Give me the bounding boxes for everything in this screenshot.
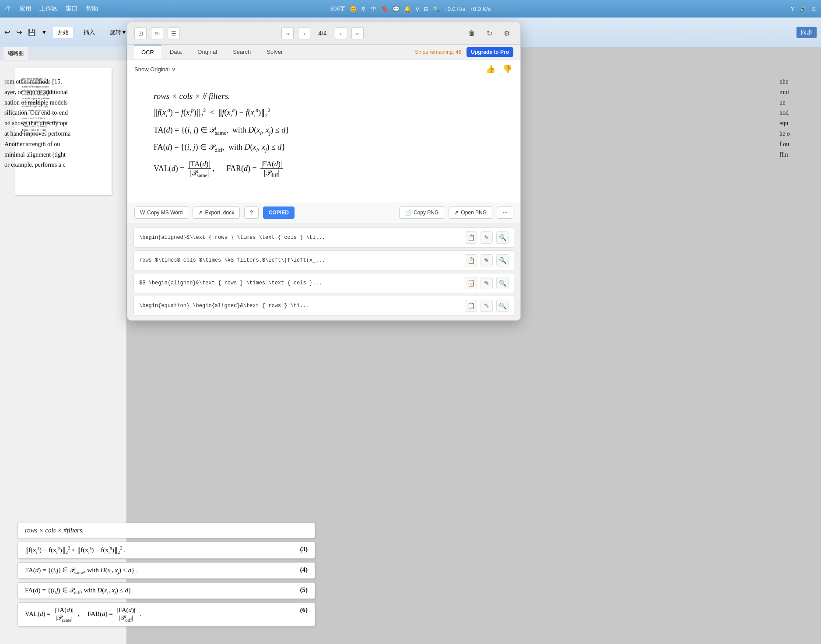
result-search-3[interactable]: 🔍 bbox=[496, 300, 509, 312]
formula-box-0: rows × cols × #filters. bbox=[18, 523, 315, 538]
workspace-menu[interactable]: 工作区 bbox=[39, 5, 58, 13]
copied-btn[interactable]: COPIED bbox=[263, 206, 295, 219]
insert-tab[interactable]: 插入 bbox=[79, 27, 99, 38]
edit-icon-btn[interactable]: ✏ bbox=[151, 27, 163, 39]
panel-toolbar: ⊡ ✏ ☰ « ‹ 4/4 › » 🗑 ↻ ⚙ bbox=[127, 22, 520, 45]
formula-box-1: ‖f(xia) − f(xip)‖22 < ‖f(xia) − f(xin)‖2… bbox=[18, 542, 315, 559]
chevron-down-icon: ∨ bbox=[172, 66, 176, 73]
thumbs-down-btn[interactable]: 👎 bbox=[501, 63, 513, 75]
tab-data[interactable]: Data bbox=[163, 45, 189, 59]
copy-png-btn[interactable]: 📄 Copy PNG bbox=[399, 206, 444, 219]
result-row: \begin{equation} \begin{aligned}&\text {… bbox=[133, 296, 514, 316]
result-copy-0[interactable]: 📋 bbox=[465, 231, 477, 244]
thumbs-up-btn[interactable]: 👍 bbox=[484, 63, 497, 75]
thumb-row: 👍 👎 bbox=[484, 63, 513, 75]
toolbar-dropdown[interactable]: ▼ bbox=[42, 29, 47, 35]
math-line-0: rows × cols × # filters. bbox=[154, 91, 230, 101]
result-text-3: \begin{equation} \begin{aligned}&\text {… bbox=[139, 303, 461, 309]
formula-box-2: TA(d) = {(i,j) ∈ 𝒫same, with D(xi, xj) ≤… bbox=[18, 562, 315, 579]
page-indicator: 4/4 bbox=[315, 30, 330, 37]
brand-icon: Y bbox=[791, 6, 795, 12]
next-next-btn[interactable]: » bbox=[351, 27, 364, 39]
next-btn[interactable]: › bbox=[335, 27, 347, 39]
show-original-btn[interactable]: Show Original ∨ bbox=[134, 66, 176, 73]
result-text-2: $$ \begin{aligned}&\text { rows } \times… bbox=[139, 280, 461, 286]
panel-tabs: OCR Data Original Search Solver Snips re… bbox=[127, 45, 520, 60]
grid-icon: ⊞ bbox=[424, 6, 428, 12]
result-search-1[interactable]: 🔍 bbox=[496, 254, 509, 266]
open-png-btn[interactable]: ↗ Open PNG bbox=[449, 206, 492, 219]
help-btn[interactable]: ? bbox=[244, 206, 259, 219]
mic-icon: 🎙 bbox=[361, 6, 367, 12]
topbar-center: 306字 😊 🎙 中 🔖 💬 🔔 V ⊞ 🔍 +0.0 K/s +0.0 K/s bbox=[330, 5, 491, 13]
formula-boxes: rows × cols × #filters. ‖f(xia) − f(xip)… bbox=[18, 523, 315, 626]
export-docx-btn[interactable]: ↗ Export .docx bbox=[193, 206, 240, 219]
export-icon: ↗ bbox=[198, 210, 203, 216]
result-row: $$ \begin{aligned}&\text { rows } \times… bbox=[133, 273, 514, 293]
settings-btn[interactable]: ⚙ bbox=[500, 27, 513, 40]
result-search-2[interactable]: 🔍 bbox=[496, 277, 509, 289]
prev-btn[interactable]: ‹ bbox=[298, 27, 310, 39]
formula-box-3: FA(d) = {(i,j) ∈ 𝒫diff, with D(xi, xj) ≤… bbox=[18, 582, 315, 599]
wechat-icon: 💬 bbox=[393, 6, 400, 12]
result-edit-2[interactable]: ✎ bbox=[481, 277, 493, 289]
results-list: \begin{aligned}&\text { rows } \times \t… bbox=[127, 223, 520, 320]
math-line-3: FA(d) = {(i, j) ∈ 𝒫diff, with D(xi, xj) … bbox=[154, 142, 285, 154]
tab-ocr[interactable]: OCR bbox=[134, 45, 161, 59]
top-bar: 个 应用 工作区 窗口 帮助 306字 😊 🎙 中 🔖 💬 🔔 V ⊞ 🔍 +0… bbox=[0, 0, 821, 18]
search-top-icon: 🔍 bbox=[433, 6, 440, 12]
apple-menu[interactable]: 个 bbox=[5, 5, 11, 13]
copy-ms-word-btn[interactable]: W Copy MS Word bbox=[134, 206, 188, 219]
result-edit-0[interactable]: ✎ bbox=[481, 231, 493, 244]
vip-icon: V bbox=[415, 6, 419, 12]
speed-display2: +0.0 K/s bbox=[470, 6, 491, 12]
result-copy-1[interactable]: 📋 bbox=[465, 254, 477, 266]
tab-original[interactable]: Original bbox=[190, 45, 224, 59]
tab-search[interactable]: Search bbox=[226, 45, 258, 59]
redo-btn[interactable]: ↪ bbox=[16, 28, 22, 36]
app-menu[interactable]: 应用 bbox=[19, 5, 32, 13]
doc-background-text: rom other methods [15, ayer, or require … bbox=[4, 77, 127, 170]
more-icon: ⋯ bbox=[502, 210, 508, 216]
thumbnail-tab[interactable]: 缩略图 bbox=[4, 47, 28, 60]
upgrade-btn[interactable]: Upgrade to Pro bbox=[467, 47, 513, 57]
bookmark-icon: 🔖 bbox=[381, 6, 388, 12]
help-menu[interactable]: 帮助 bbox=[86, 5, 98, 13]
crop-icon-btn[interactable]: ⊡ bbox=[134, 27, 147, 39]
trash-btn[interactable]: 🗑 bbox=[465, 27, 478, 40]
result-row: \begin{aligned}&\text { rows } \times \t… bbox=[133, 228, 514, 248]
user-icon: S bbox=[812, 6, 816, 12]
math-line-2: TA(d) = {(i, j) ∈ 𝒫same, with D(xi, xj) … bbox=[154, 125, 289, 136]
sync-btn[interactable]: 同步 bbox=[796, 27, 817, 38]
save-btn[interactable]: 💾 bbox=[28, 29, 35, 36]
show-original-row: Show Original ∨ 👍 👎 bbox=[127, 60, 520, 79]
tab-solver[interactable]: Solver bbox=[260, 45, 290, 59]
word-count: 306字 bbox=[330, 5, 346, 13]
emoji-icon: 😊 bbox=[350, 6, 357, 12]
action-bar: W Copy MS Word ↗ Export .docx ? COPIED 📄… bbox=[127, 202, 520, 223]
formula-box-4: VAL(d) = |TA(d)||𝒫same| , FAR(d) = |FA(d… bbox=[18, 602, 315, 626]
result-copy-2[interactable]: 📋 bbox=[465, 277, 477, 289]
open-png-icon: ↗ bbox=[454, 210, 459, 216]
volume-icon: 🔊 bbox=[800, 6, 807, 12]
prev-prev-btn[interactable]: « bbox=[281, 27, 294, 39]
result-row: rows $\times$ cols $\times \#$ filters.$… bbox=[133, 250, 514, 270]
show-original-label: Show Original bbox=[134, 66, 170, 73]
refresh-btn[interactable]: ↻ bbox=[483, 27, 496, 40]
undo-btn[interactable]: ↩ bbox=[4, 28, 10, 36]
more-settings-btn[interactable]: ⋯ bbox=[497, 206, 513, 219]
result-copy-3[interactable]: 📋 bbox=[465, 300, 477, 312]
result-search-0[interactable]: 🔍 bbox=[496, 231, 509, 244]
snips-remaining: Snips remaining: 46 bbox=[415, 49, 461, 55]
window-menu[interactable]: 窗口 bbox=[66, 5, 78, 13]
doc-right-text: nhe mpl un nod equ he o f ou flin bbox=[779, 77, 819, 160]
result-edit-3[interactable]: ✎ bbox=[481, 300, 493, 312]
start-tab[interactable]: 开始 bbox=[53, 27, 73, 38]
word-icon: W bbox=[140, 210, 145, 216]
menu-icon-btn[interactable]: ☰ bbox=[168, 27, 180, 39]
result-edit-1[interactable]: ✎ bbox=[481, 254, 493, 266]
math-line-1: ‖f(xia) − f(xip)‖22 < ‖f(xia) − f(xin)‖2… bbox=[154, 107, 270, 119]
speed-display: +0.0 K/s bbox=[444, 6, 465, 12]
math-display: rows × cols × # filters. ‖f(xia) − f(xip… bbox=[127, 79, 520, 202]
result-text-0: \begin{aligned}&\text { rows } \times \t… bbox=[139, 234, 461, 241]
